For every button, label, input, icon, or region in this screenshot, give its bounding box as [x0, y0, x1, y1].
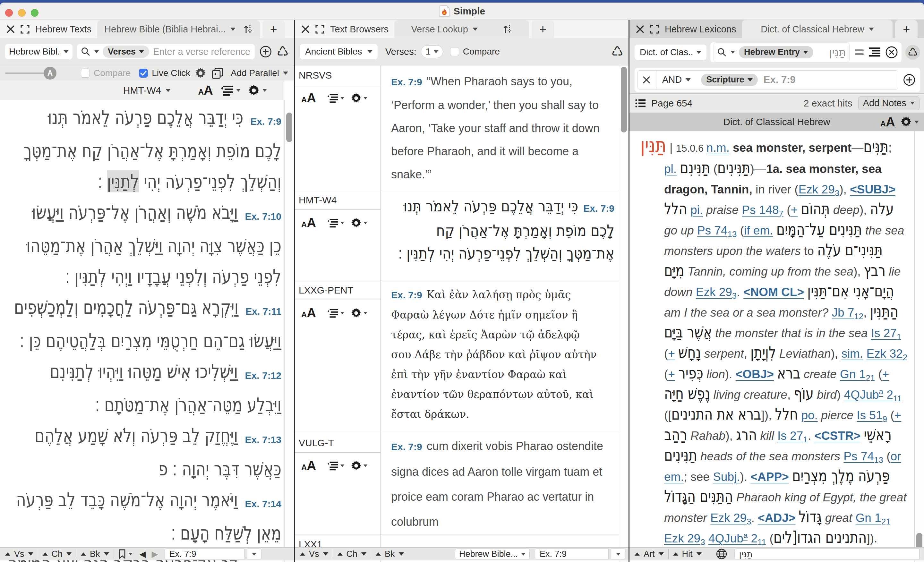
- right-scrollbar[interactable]: [914, 131, 924, 562]
- globe-icon[interactable]: [716, 548, 728, 560]
- and-scope-pill[interactable]: Scripture: [701, 74, 758, 86]
- verse-stepper[interactable]: Vs: [3, 549, 35, 559]
- text-display-icon[interactable]: [220, 85, 241, 96]
- verse-ref[interactable]: Ex. 7:9: [391, 290, 422, 300]
- back-icon[interactable]: ◀: [140, 549, 146, 559]
- chevron-down-icon[interactable]: [129, 553, 132, 555]
- gear-icon[interactable]: [351, 460, 368, 471]
- lexicon-link[interactable]: Ezk 293: [664, 532, 705, 545]
- close-zone-icon[interactable]: [636, 25, 644, 33]
- chevron-down-icon[interactable]: [94, 50, 99, 53]
- down-arrow-icon[interactable]: [104, 552, 109, 556]
- down-arrow-icon[interactable]: [28, 552, 33, 556]
- lexicon-link[interactable]: Ezk 293: [696, 285, 737, 299]
- search-scope-pill[interactable]: Hebrew Entry: [739, 46, 813, 58]
- page-label[interactable]: Page 654: [651, 98, 692, 109]
- fullscreen-icon[interactable]: [650, 25, 659, 34]
- book-stepper[interactable]: Bk: [374, 549, 406, 559]
- verse-ref[interactable]: Ex. 7:9: [391, 76, 422, 87]
- gear-icon[interactable]: [351, 308, 368, 319]
- verse-reference-input[interactable]: Ex. 7:9: [165, 549, 245, 559]
- lexicon-link[interactable]: pl.: [664, 162, 676, 175]
- font-size-icon[interactable]: AA: [301, 91, 316, 105]
- tab-hebrew-bible[interactable]: Hebrew Bible (Biblia Hebrai...: [97, 20, 260, 38]
- add-notes-button[interactable]: Add Notes: [858, 96, 920, 110]
- down-arrow-icon[interactable]: [66, 552, 72, 556]
- lexicon-link[interactable]: <CSTR>: [814, 429, 861, 442]
- new-tab-button[interactable]: +: [262, 20, 285, 38]
- context-lines-icon[interactable]: [869, 47, 880, 57]
- lexicon-link[interactable]: Subj.: [713, 470, 740, 483]
- middle-scrollbar-thumb[interactable]: [621, 67, 627, 132]
- bookmark-icon[interactable]: [118, 549, 126, 559]
- up-arrow-icon[interactable]: [81, 552, 86, 556]
- text-display-icon[interactable]: [327, 461, 344, 471]
- sort-icon[interactable]: [243, 24, 253, 34]
- lexicon-link[interactable]: Ezk 322: [867, 347, 908, 360]
- duplicate-pane-icon[interactable]: [212, 67, 224, 79]
- left-scrollbar-thumb[interactable]: [286, 112, 292, 142]
- lexicon-link[interactable]: Is 271: [777, 429, 808, 442]
- list-icon[interactable]: [635, 99, 645, 108]
- verse-search-field[interactable]: Verses Enter a verse reference: [77, 44, 255, 59]
- lexicon-link[interactable]: +: [882, 368, 890, 381]
- add-circle-icon[interactable]: [259, 45, 272, 58]
- verse-ref[interactable]: Ex. 7:13: [245, 427, 281, 452]
- chevron-down-icon[interactable]: [230, 28, 236, 31]
- module-select-button[interactable]: Ancient Bibles: [300, 44, 378, 59]
- and-criteria-field[interactable]: AND Scripture Ex. 7:9: [637, 70, 898, 90]
- text-size-slider[interactable]: A: [5, 66, 50, 81]
- version-header-label[interactable]: HMT-W4: [123, 85, 161, 96]
- verse-reference-dropdown[interactable]: [248, 549, 261, 559]
- gear-icon[interactable]: [351, 93, 368, 103]
- close-zone-icon[interactable]: [6, 25, 15, 33]
- lexicon-link[interactable]: n.m.: [706, 141, 730, 154]
- compare-checkbox[interactable]: [81, 69, 90, 78]
- lexicon-link[interactable]: <APP>: [750, 470, 789, 483]
- verse-ref[interactable]: Ex. 7:11: [245, 299, 281, 324]
- verses-count-select[interactable]: 1: [421, 45, 443, 58]
- lexicon-link[interactable]: Is 271: [871, 327, 902, 340]
- compare-checkbox[interactable]: [450, 47, 459, 56]
- sort-icon[interactable]: [503, 24, 512, 34]
- lexicon-link[interactable]: pi.: [690, 203, 703, 217]
- text-display-icon[interactable]: [327, 218, 344, 228]
- gear-icon[interactable]: [351, 217, 368, 228]
- zone-label-hebrew-texts[interactable]: Hebrew Texts: [35, 24, 92, 34]
- boolean-operator-select[interactable]: AND: [662, 74, 691, 85]
- up-arrow-icon[interactable]: [43, 552, 48, 556]
- forward-icon[interactable]: ▶: [152, 549, 158, 559]
- lexicon-link[interactable]: <SUBJ>: [850, 183, 896, 196]
- verse-reference-input[interactable]: Ex. 7:9: [535, 549, 609, 559]
- lexicon-link[interactable]: Ps 7413: [843, 450, 883, 463]
- slider-knob[interactable]: A: [44, 67, 57, 79]
- font-size-icon[interactable]: AA: [301, 459, 316, 473]
- verse-reference-dropdown[interactable]: [611, 549, 625, 559]
- add-parallel-button[interactable]: Add Parallel: [231, 68, 288, 78]
- lexicon-link[interactable]: Gn 121: [840, 368, 875, 381]
- chevron-down-icon[interactable]: [730, 51, 735, 54]
- equals-icon[interactable]: [854, 49, 864, 56]
- font-size-icon[interactable]: AA: [301, 306, 316, 320]
- lexicon-link[interactable]: <OBJ>: [736, 368, 774, 381]
- lexicon-link[interactable]: +: [791, 203, 798, 217]
- zone-label-text-browsers[interactable]: Text Browsers: [330, 24, 388, 34]
- up-arrow-icon[interactable]: [338, 552, 343, 556]
- up-arrow-icon[interactable]: [634, 552, 640, 556]
- module-select-button[interactable]: Hebrew Bibl...: [5, 44, 72, 59]
- fullscreen-icon[interactable]: [315, 25, 324, 34]
- chevron-down-icon[interactable]: [869, 28, 874, 31]
- version-name[interactable]: LXXG-PENT: [299, 285, 381, 300]
- lexicon-search-field[interactable]: Hebrew Entry תַּנִּין: [714, 42, 850, 62]
- verse-stepper[interactable]: Vs: [298, 549, 330, 559]
- text-display-icon[interactable]: [327, 308, 344, 318]
- lexicon-link[interactable]: Jb 712: [832, 306, 863, 319]
- close-zone-icon[interactable]: [301, 25, 310, 33]
- lexicon-link[interactable]: Ezk 293: [798, 183, 840, 196]
- new-tab-button[interactable]: +: [532, 20, 554, 38]
- chevron-down-icon[interactable]: [165, 89, 171, 92]
- version-name[interactable]: VULG-T: [299, 438, 381, 452]
- down-arrow-icon[interactable]: [696, 552, 702, 556]
- article-stepper[interactable]: Art: [633, 549, 666, 559]
- font-size-icon[interactable]: AA: [198, 83, 213, 97]
